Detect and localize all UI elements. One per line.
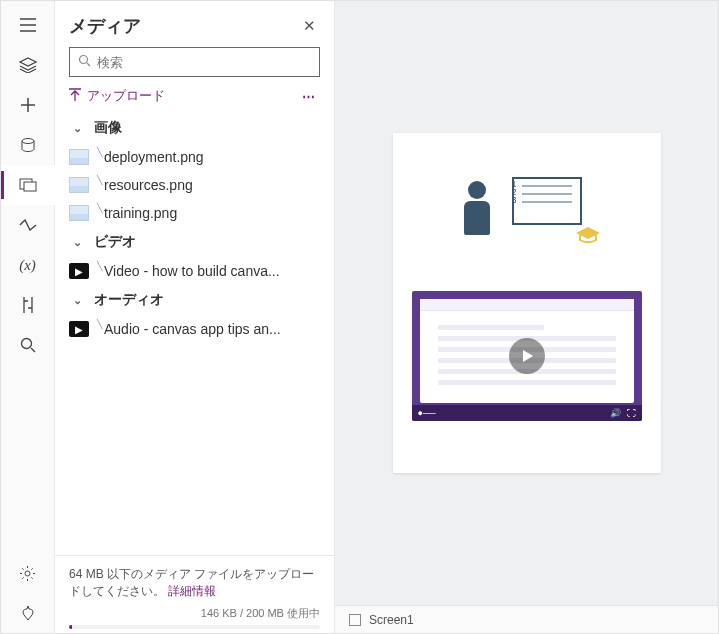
settings-icon[interactable] — [1, 553, 55, 593]
category-images[interactable]: ⌄画像 — [55, 113, 330, 143]
video-controls-bar: ●── 🔊 ⛶ — [412, 405, 642, 421]
chevron-down-icon: ⌄ — [73, 294, 82, 307]
chevron-down-icon: ⌄ — [73, 122, 82, 135]
nav-rail: (x) — [1, 1, 55, 633]
panel-title: メディア — [69, 14, 141, 38]
volume-icon[interactable]: 🔊 — [610, 408, 621, 418]
media-item-audio[interactable]: ▶╲Audio - canvas app tips an... — [55, 315, 330, 343]
screen-checkbox[interactable] — [349, 614, 361, 626]
hamburger-icon[interactable] — [1, 5, 55, 45]
learn-more-link[interactable]: 詳細情報 — [168, 584, 216, 598]
search-icon[interactable] — [1, 325, 55, 365]
new-indicator-icon: ╲ — [97, 175, 102, 185]
media-item-label: deployment.png — [104, 149, 204, 165]
category-label: オーディオ — [94, 291, 164, 309]
svg-point-3 — [21, 339, 31, 349]
media-icon[interactable] — [1, 165, 55, 205]
play-icon[interactable] — [509, 338, 545, 374]
video-thumb-icon: ▶ — [69, 263, 89, 279]
canvas-status-bar: Screen1 — [335, 605, 718, 633]
svg-rect-2 — [24, 182, 36, 191]
category-label: ビデオ — [94, 233, 136, 251]
data-icon[interactable] — [1, 125, 55, 165]
search-input-wrap[interactable] — [69, 47, 320, 77]
search-input[interactable] — [97, 55, 311, 70]
media-item-label: Video - how to build canva... — [104, 263, 280, 279]
canvas-area: ●── 🔊 ⛶ Screen1 — [335, 1, 718, 633]
image-thumb-icon — [69, 177, 89, 193]
more-options-button[interactable]: ⋯ — [302, 89, 316, 104]
svg-point-0 — [22, 139, 34, 144]
category-audio[interactable]: ⌄オーディオ — [55, 285, 330, 315]
close-icon[interactable]: ✕ — [299, 13, 320, 39]
media-item-image[interactable]: ╲deployment.png — [55, 143, 330, 171]
variables-icon[interactable]: (x) — [1, 245, 55, 285]
layers-icon[interactable] — [1, 45, 55, 85]
media-tree: ⌄画像 ╲deployment.png ╲resources.png ╲trai… — [55, 113, 334, 555]
media-item-image[interactable]: ╲resources.png — [55, 171, 330, 199]
upload-button[interactable]: アップロード — [87, 87, 302, 105]
category-label: 画像 — [94, 119, 122, 137]
media-item-image[interactable]: ╲training.png — [55, 199, 330, 227]
media-panel: メディア ✕ アップロード ⋯ ⌄画像 ╲deployment.png ╲res… — [55, 1, 335, 633]
panel-footer: 64 MB 以下のメディア ファイルをアップロードしてください。 詳細情報 14… — [55, 555, 334, 633]
category-video[interactable]: ⌄ビデオ — [55, 227, 330, 257]
advanced-tools-icon[interactable] — [1, 285, 55, 325]
training-illustration — [462, 151, 592, 241]
new-indicator-icon: ╲ — [97, 203, 102, 213]
screen-stage[interactable]: ●── 🔊 ⛶ — [393, 133, 661, 473]
fullscreen-icon[interactable]: ⛶ — [627, 408, 636, 418]
storage-bar — [69, 625, 320, 629]
svg-point-5 — [80, 56, 88, 64]
new-indicator-icon: ╲ — [97, 319, 102, 329]
flows-icon[interactable] — [1, 205, 55, 245]
new-indicator-icon: ╲ — [97, 261, 102, 271]
plus-icon[interactable] — [1, 85, 55, 125]
search-glyph-icon — [78, 53, 91, 71]
graduation-cap-icon — [574, 225, 602, 245]
image-thumb-icon — [69, 149, 89, 165]
media-item-label: Audio - canvas app tips an... — [104, 321, 281, 337]
media-item-video[interactable]: ▶╲Video - how to build canva... — [55, 257, 330, 285]
image-thumb-icon — [69, 205, 89, 221]
upload-icon — [69, 88, 81, 105]
canvas-viewport[interactable]: ●── 🔊 ⛶ — [335, 1, 718, 605]
storage-usage: 146 KB / 200 MB 使用中 — [69, 606, 320, 621]
svg-point-4 — [25, 571, 30, 576]
chevron-down-icon: ⌄ — [73, 236, 82, 249]
video-control[interactable]: ●── 🔊 ⛶ — [412, 291, 642, 421]
media-item-label: training.png — [104, 205, 177, 221]
audio-thumb-icon: ▶ — [69, 321, 89, 337]
feedback-icon[interactable] — [1, 593, 55, 633]
screen-name-label[interactable]: Screen1 — [369, 613, 414, 627]
media-item-label: resources.png — [104, 177, 193, 193]
new-indicator-icon: ╲ — [97, 147, 102, 157]
video-time-track[interactable]: ●── — [418, 408, 436, 418]
